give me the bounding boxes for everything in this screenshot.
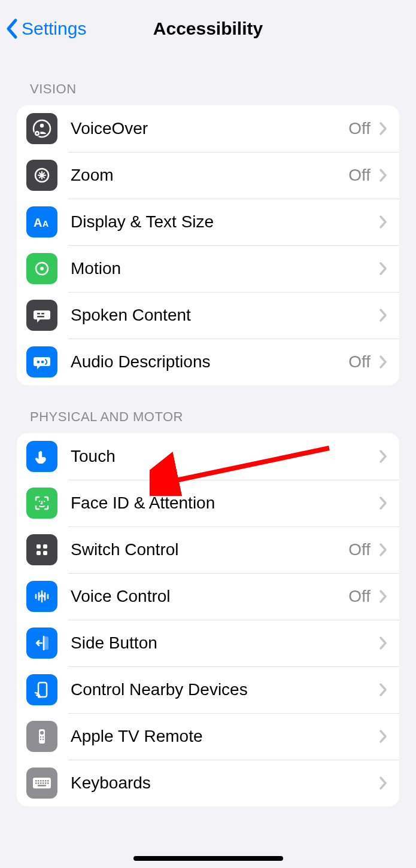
svg-point-25 <box>40 736 41 738</box>
section-group-physical: Touch Face ID & Attention Switch Control… <box>17 433 399 806</box>
row-label: Face ID & Attention <box>71 494 379 513</box>
chevron-right-icon <box>379 683 387 697</box>
zoom-icon <box>26 160 57 191</box>
motion-icon <box>26 253 57 284</box>
svg-rect-31 <box>38 780 40 782</box>
row-audio-descriptions[interactable]: Audio Descriptions Off <box>17 339 399 385</box>
row-label: Zoom <box>71 166 348 185</box>
section-header-vision: VISION <box>0 57 416 105</box>
row-value: Off <box>348 166 371 185</box>
row-label: VoiceOver <box>71 119 348 138</box>
faceid-icon <box>26 488 57 519</box>
row-voice-control[interactable]: Voice Control Off <box>17 573 399 620</box>
chevron-right-icon <box>379 355 387 369</box>
row-label: Audio Descriptions <box>71 352 348 371</box>
row-value: Off <box>348 352 371 371</box>
svg-point-28 <box>42 739 44 740</box>
row-value: Off <box>348 587 371 606</box>
svg-point-10 <box>40 267 44 270</box>
svg-text:A: A <box>42 219 48 229</box>
svg-rect-37 <box>38 782 40 784</box>
chevron-right-icon <box>379 308 387 322</box>
row-label: Voice Control <box>71 587 348 606</box>
svg-rect-13 <box>37 316 44 318</box>
row-touch[interactable]: Touch <box>17 433 399 480</box>
row-zoom[interactable]: Zoom Off <box>17 152 399 199</box>
chevron-right-icon <box>379 215 387 229</box>
svg-rect-19 <box>43 544 47 549</box>
svg-point-17 <box>44 501 45 502</box>
svg-rect-20 <box>37 551 41 555</box>
back-button[interactable]: Settings <box>5 18 86 39</box>
text-size-icon: AA <box>26 206 57 237</box>
svg-rect-12 <box>41 313 44 315</box>
chevron-right-icon <box>379 636 387 650</box>
row-label: Motion <box>71 259 379 278</box>
voiceover-icon <box>26 113 57 144</box>
chevron-right-icon <box>379 121 387 136</box>
apple-tv-remote-icon <box>26 721 57 752</box>
row-label: Touch <box>71 447 379 466</box>
row-spoken-content[interactable]: Spoken Content <box>17 292 399 339</box>
svg-rect-36 <box>35 782 37 784</box>
row-label: Display & Text Size <box>71 212 379 232</box>
section-header-physical: PHYSICAL AND MOTOR <box>0 385 416 433</box>
nearby-devices-icon <box>26 674 57 705</box>
svg-point-16 <box>39 501 41 502</box>
row-faceid-attention[interactable]: Face ID & Attention <box>17 480 399 526</box>
svg-point-5 <box>41 174 44 177</box>
row-motion[interactable]: Motion <box>17 245 399 292</box>
touch-icon <box>26 441 57 472</box>
svg-point-14 <box>37 361 40 364</box>
svg-rect-32 <box>40 780 42 782</box>
svg-rect-33 <box>42 780 44 782</box>
row-label: Spoken Content <box>71 306 379 325</box>
row-label: Side Button <box>71 634 379 653</box>
row-value: Off <box>348 119 371 138</box>
svg-rect-18 <box>37 544 41 549</box>
svg-rect-40 <box>45 782 47 784</box>
svg-text:A: A <box>34 216 42 229</box>
svg-rect-39 <box>42 782 44 784</box>
svg-rect-34 <box>45 780 47 782</box>
svg-point-15 <box>41 361 44 364</box>
home-indicator[interactable] <box>133 856 283 861</box>
svg-rect-30 <box>35 780 37 782</box>
chevron-right-icon <box>379 168 387 182</box>
back-label: Settings <box>22 19 86 39</box>
row-label: Switch Control <box>71 540 348 559</box>
chevron-right-icon <box>379 589 387 604</box>
row-display-text-size[interactable]: AA Display & Text Size <box>17 199 399 245</box>
svg-rect-41 <box>47 782 49 784</box>
svg-rect-42 <box>38 785 46 787</box>
switch-control-icon <box>26 534 57 565</box>
svg-rect-21 <box>43 551 47 555</box>
row-label: Control Nearby Devices <box>71 680 379 699</box>
row-control-nearby-devices[interactable]: Control Nearby Devices <box>17 666 399 713</box>
keyboards-icon <box>26 768 57 799</box>
chevron-right-icon <box>379 776 387 790</box>
section-group-vision: VoiceOver Off Zoom Off AA Display & Text… <box>17 105 399 385</box>
svg-point-26 <box>42 736 44 738</box>
svg-rect-35 <box>47 780 49 782</box>
chevron-right-icon <box>379 729 387 744</box>
chevron-right-icon <box>379 496 387 510</box>
svg-rect-38 <box>40 782 42 784</box>
row-label: Apple TV Remote <box>71 727 379 746</box>
row-side-button[interactable]: Side Button <box>17 620 399 666</box>
row-keyboards[interactable]: Keyboards <box>17 760 399 806</box>
row-value: Off <box>348 540 371 559</box>
chevron-right-icon <box>379 449 387 464</box>
svg-point-1 <box>40 124 44 127</box>
row-voiceover[interactable]: VoiceOver Off <box>17 105 399 152</box>
side-button-icon <box>26 628 57 659</box>
chevron-right-icon <box>379 261 387 276</box>
svg-rect-11 <box>37 313 40 315</box>
row-label: Keyboards <box>71 773 379 793</box>
voice-control-icon <box>26 581 57 612</box>
audio-descriptions-icon <box>26 346 57 377</box>
row-apple-tv-remote[interactable]: Apple TV Remote <box>17 713 399 760</box>
row-switch-control[interactable]: Switch Control Off <box>17 526 399 573</box>
spoken-content-icon <box>26 300 57 331</box>
svg-point-24 <box>40 731 44 735</box>
